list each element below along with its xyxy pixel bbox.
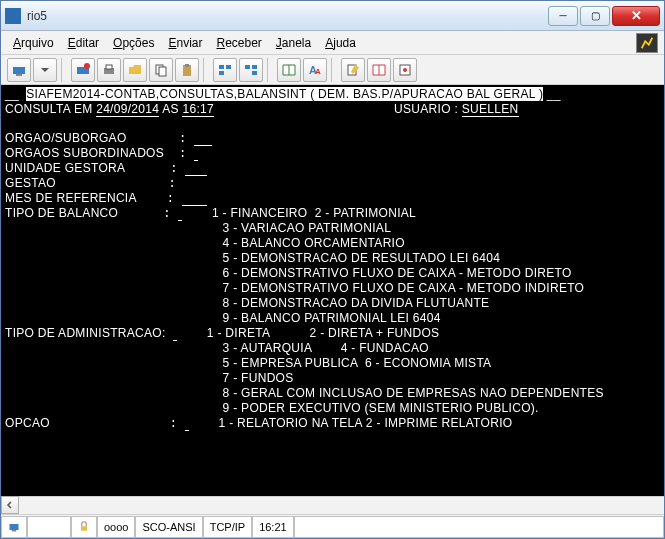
menu-ajuda[interactable]: Ajuda: [319, 34, 362, 52]
input-ug[interactable]: [185, 161, 207, 176]
dropdown-button[interactable]: [33, 58, 57, 82]
svg-rect-11: [226, 65, 231, 69]
menu-opcoes[interactable]: Opções: [107, 34, 160, 52]
paste-button[interactable]: [175, 58, 199, 82]
close-button[interactable]: ✕: [612, 6, 660, 26]
app-window: rio5 ─ ▢ ✕ Arquivo Editar Opções Enviar …: [0, 0, 665, 539]
field-subordinados: ORGAOS SUBORDINADOS: [5, 146, 164, 160]
svg-rect-14: [252, 65, 257, 69]
tipo-opt-6: 7 - DEMONSTRATIVO FLUXO DE CAIXA - METOD…: [223, 281, 585, 295]
copy-button[interactable]: [149, 58, 173, 82]
usuario-label: USUARIO :: [394, 102, 462, 116]
settings-button[interactable]: [393, 58, 417, 82]
adm-opt-2: 3 - AUTARQUIA 4 - FUNDACAO: [223, 341, 429, 355]
paint-icon[interactable]: [636, 33, 658, 53]
input-subordinados[interactable]: [194, 146, 198, 161]
adm-opt-1: 1 - DIRETA 2 - DIRETA + FUNDOS: [207, 326, 440, 340]
titlebar[interactable]: rio5 ─ ▢ ✕: [1, 1, 664, 31]
toolbar: AA: [1, 55, 664, 85]
svg-rect-23: [81, 526, 87, 531]
tipo-opt-8: 9 - BALANCO PATRIMONIAL LEI 6404: [223, 311, 441, 325]
book-2-button[interactable]: [367, 58, 391, 82]
book-1-button[interactable]: [277, 58, 301, 82]
input-orgao[interactable]: [194, 131, 212, 146]
tipo-opt-5: 6 - DEMONSTRATIVO FLUXO DE CAIXA - METOD…: [223, 266, 572, 280]
field-admin: TIPO DE ADMINISTRACAO:: [5, 326, 166, 340]
statusbar: oooo SCO-ANSI TCP/IP 16:21: [1, 514, 664, 538]
tipo-opt-4: 5 - DEMONSTRACAO DE RESULTADO LEI 6404: [223, 251, 501, 265]
tipo-opt-1: 1 - FINANCEIRO 2 - PATRIMONIAL: [212, 206, 416, 220]
adm-opt-3: 5 - EMPRESA PUBLICA 6 - ECONOMIA MISTA: [223, 356, 492, 370]
status-blank-2: [294, 516, 664, 538]
tipo-opt-3: 4 - BALANCO ORCAMENTARIO: [223, 236, 405, 250]
edit-button[interactable]: [341, 58, 365, 82]
input-mes[interactable]: [182, 191, 207, 206]
tipo-opt-7: 8 - DEMONSTRACAO DA DIVIDA FLUTUANTE: [223, 296, 490, 310]
tipo-opt-2: 3 - VARIACAO PATRIMONIAL: [223, 221, 392, 235]
menu-arquivo[interactable]: Arquivo: [7, 34, 60, 52]
svg-rect-13: [245, 65, 250, 69]
screens-1-button[interactable]: [213, 58, 237, 82]
svg-rect-5: [106, 65, 112, 69]
print-button[interactable]: [97, 58, 121, 82]
field-opcao: OPCAO: [5, 416, 50, 430]
menu-enviar[interactable]: Enviar: [162, 34, 208, 52]
status-monitor-icon[interactable]: [1, 516, 27, 538]
scroll-left-button[interactable]: [1, 496, 19, 514]
svg-rect-12: [219, 71, 224, 75]
menu-editar[interactable]: Editar: [62, 34, 105, 52]
menu-receber[interactable]: Receber: [210, 34, 267, 52]
svg-rect-1: [16, 74, 22, 76]
svg-rect-10: [219, 65, 224, 69]
screens-2-button[interactable]: [239, 58, 263, 82]
input-tipo[interactable]: [178, 206, 182, 221]
status-blank-1: [27, 516, 71, 538]
field-ug: UNIDADE GESTORA: [5, 161, 125, 175]
terminal[interactable]: __ SIAFEM2014-CONTAB,CONSULTAS,BALANSINT…: [1, 85, 664, 496]
svg-rect-21: [10, 524, 19, 530]
svg-point-20: [403, 68, 407, 72]
consulta-time: 16:17: [182, 102, 214, 117]
consulta-date: 24/09/2014: [96, 102, 159, 117]
menu-janela[interactable]: Janela: [270, 34, 317, 52]
status-clock: 16:21: [252, 516, 294, 538]
maximize-button[interactable]: ▢: [580, 6, 610, 26]
field-gestao: GESTAO: [5, 176, 56, 190]
input-opcao[interactable]: [185, 416, 189, 431]
hdr-pre: __: [5, 87, 26, 101]
field-tipo: TIPO DE BALANCO: [5, 206, 118, 220]
status-protocol: TCP/IP: [203, 516, 252, 538]
svg-rect-7: [159, 67, 166, 76]
menubar: Arquivo Editar Opções Enviar Receber Jan…: [1, 31, 664, 55]
open-button[interactable]: [123, 58, 147, 82]
screen-header: SIAFEM2014-CONTAB,CONSULTAS,BALANSINT ( …: [26, 87, 543, 101]
field-orgao: ORGAO/SUBORGAO: [5, 131, 127, 145]
adm-opt-5: 8 - GERAL COM INCLUSAO DE EMPRESAS NAO D…: [223, 386, 604, 400]
adm-opt-4: 7 - FUNDOS: [223, 371, 294, 385]
opcao-opt-1: 1 - RELATORIO NA TELA 2 - IMPRIME RELATO…: [219, 416, 513, 430]
status-encoding: SCO-ANSI: [135, 516, 202, 538]
font-button[interactable]: AA: [303, 58, 327, 82]
minimize-button[interactable]: ─: [548, 6, 578, 26]
connect-button[interactable]: [7, 58, 31, 82]
usuario-value: SUELLEN: [462, 102, 519, 117]
svg-point-3: [84, 63, 90, 69]
disconnect-button[interactable]: [71, 58, 95, 82]
field-mes: MES DE REFERENCIA: [5, 191, 137, 205]
svg-rect-0: [13, 67, 25, 74]
svg-text:A: A: [315, 67, 321, 76]
adm-opt-6: 9 - PODER EXECUTIVO (SEM MINISTERIO PUBL…: [223, 401, 539, 415]
status-caps: oooo: [97, 516, 135, 538]
window-title: rio5: [27, 9, 548, 23]
svg-rect-9: [185, 64, 189, 67]
input-admin[interactable]: [173, 326, 177, 341]
hscroll-area: [1, 496, 664, 514]
hdr-post: __: [543, 87, 561, 101]
svg-rect-15: [252, 71, 257, 75]
status-lock-icon: [71, 516, 97, 538]
consulta-label: CONSULTA EM: [5, 102, 96, 116]
app-icon: [5, 8, 21, 24]
svg-rect-22: [12, 530, 17, 532]
